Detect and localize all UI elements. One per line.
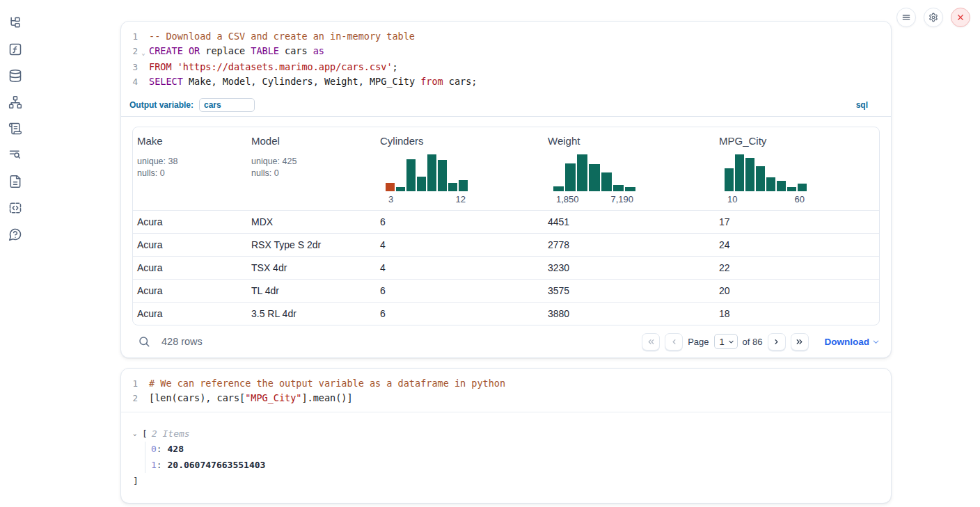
first-page-button[interactable] bbox=[642, 333, 660, 351]
line-number: 4 bbox=[121, 74, 138, 89]
histogram-bar bbox=[787, 187, 796, 191]
line-number: 2 bbox=[121, 44, 138, 60]
search-logs-icon[interactable] bbox=[8, 147, 23, 163]
sql-cell: 1 -- Download a CSV and create an in-mem… bbox=[120, 21, 892, 358]
output-variable-row: Output variable: sql bbox=[121, 95, 891, 117]
scroll-icon[interactable] bbox=[8, 121, 23, 136]
histogram-bar bbox=[448, 183, 457, 191]
code-line: 1 # We can reference the output variable… bbox=[121, 376, 891, 391]
histogram-bar bbox=[386, 183, 395, 191]
line-number: 1 bbox=[121, 29, 138, 44]
histogram-bar bbox=[427, 154, 436, 191]
code-line: 3 FROM 'https://datasets.marimo.app/cars… bbox=[121, 60, 891, 74]
histogram-bar bbox=[613, 185, 624, 191]
output-variable-input[interactable] bbox=[199, 98, 255, 112]
collapse-chevron-icon[interactable]: ⌄ bbox=[133, 430, 142, 437]
row-count: 428 rows bbox=[161, 336, 203, 347]
python-cell: 1 # We can reference the output variable… bbox=[120, 368, 892, 504]
tree-root-line: ⌄ [ 2 Items bbox=[133, 426, 880, 440]
histogram-bar bbox=[406, 159, 416, 191]
chevron-down-icon bbox=[728, 339, 734, 345]
items-count-label: 2 Items bbox=[152, 428, 190, 439]
histogram-bar bbox=[459, 180, 468, 191]
table-row[interactable]: Acura MDX 6 4451 17 bbox=[133, 210, 879, 233]
download-button[interactable]: Download bbox=[825, 337, 880, 347]
table-row[interactable]: Acura 3.5 RL 4dr 6 3880 18 bbox=[133, 302, 879, 325]
histogram-axis-labels: 1,850 7,190 bbox=[553, 194, 635, 204]
column-stats: unique: 425 nulls: 0 bbox=[251, 156, 370, 179]
column-stats: unique: 38 nulls: 0 bbox=[137, 156, 242, 179]
top-controls bbox=[896, 8, 970, 27]
histogram-axis-labels: 10 60 bbox=[725, 194, 807, 204]
table-row[interactable]: Acura TL 4dr 6 3575 20 bbox=[133, 279, 879, 302]
database-icon[interactable] bbox=[8, 68, 23, 83]
histogram-bar bbox=[577, 154, 587, 191]
shutdown-close-button[interactable] bbox=[951, 8, 970, 27]
column-header-mpg-city[interactable]: MPG_City 10 60 bbox=[715, 127, 879, 210]
sql-code-editor[interactable]: 1 -- Download a CSV and create an in-mem… bbox=[121, 22, 891, 95]
cell-output-tree: ⌄ [ 2 Items 0: 428 1: 20.060747663551403… bbox=[121, 412, 891, 503]
python-code-editor[interactable]: 1 # We can reference the output variable… bbox=[121, 369, 891, 412]
column-header-weight[interactable]: Weight 1,850 7,190 bbox=[544, 127, 715, 210]
line-number: 2 bbox=[121, 391, 138, 405]
table-footer: 428 rows Page 1 of 86 bbox=[132, 325, 880, 357]
line-number: 3 bbox=[121, 60, 138, 74]
histogram-bar bbox=[745, 158, 754, 191]
left-sidebar bbox=[0, 0, 31, 507]
document-icon[interactable] bbox=[8, 174, 23, 189]
notebook-area: 1 -- Download a CSV and create an in-mem… bbox=[120, 21, 892, 504]
language-badge[interactable]: sql bbox=[856, 100, 868, 110]
chevron-down-icon bbox=[872, 338, 880, 346]
histogram-bar bbox=[766, 177, 775, 191]
histogram-bar bbox=[396, 187, 405, 191]
histogram-bar bbox=[565, 163, 576, 191]
settings-gear-button[interactable] bbox=[924, 8, 943, 27]
histogram-bar bbox=[625, 187, 635, 191]
help-icon[interactable] bbox=[8, 227, 23, 242]
histogram-bar bbox=[798, 184, 807, 191]
histogram-bar bbox=[417, 177, 426, 191]
histogram-bar bbox=[735, 154, 744, 191]
file-tree-icon[interactable] bbox=[8, 15, 23, 31]
table-row[interactable]: Acura TSX 4dr 4 3230 22 bbox=[133, 256, 879, 279]
histogram-bar bbox=[553, 186, 564, 191]
tree-item: 0: 428 bbox=[151, 442, 880, 458]
prev-page-button[interactable] bbox=[665, 333, 683, 351]
page-number-select[interactable]: 1 bbox=[714, 334, 738, 349]
fold-chevron-icon[interactable]: ⌄ bbox=[138, 44, 149, 60]
histogram-axis-labels: 3 12 bbox=[386, 194, 468, 204]
code-line: 4 SELECT Make, Model, Cylinders, Weight,… bbox=[121, 74, 891, 89]
cylinders-histogram: 3 12 bbox=[386, 152, 468, 204]
code-line: 2 [len(cars), cars["MPG_City"].mean()] bbox=[121, 391, 891, 405]
line-number: 1 bbox=[121, 376, 138, 391]
histogram-bar bbox=[601, 172, 612, 191]
dependency-graph-icon[interactable] bbox=[8, 95, 23, 110]
snippets-icon[interactable] bbox=[8, 200, 23, 216]
mpg-city-histogram: 10 60 bbox=[725, 152, 807, 204]
histogram-bar bbox=[725, 168, 734, 191]
functions-icon[interactable] bbox=[8, 42, 23, 57]
pagination: Page 1 of 86 Download bbox=[642, 333, 880, 351]
histogram-bar bbox=[438, 160, 447, 191]
data-table: Make unique: 38 nulls: 0 Model unique: 4… bbox=[132, 127, 880, 325]
last-page-button[interactable] bbox=[791, 333, 809, 351]
next-page-button[interactable] bbox=[768, 333, 786, 351]
table-header: Make unique: 38 nulls: 0 Model unique: 4… bbox=[133, 127, 879, 210]
column-header-cylinders[interactable]: Cylinders 3 12 bbox=[376, 127, 544, 210]
code-line: 2 ⌄ CREATE OR replace TABLE cars as bbox=[121, 44, 891, 60]
histogram-bar bbox=[756, 166, 765, 191]
tree-children: 0: 428 1: 20.060747663551403 bbox=[145, 442, 880, 473]
page-label: Page bbox=[688, 337, 709, 347]
menu-button[interactable] bbox=[896, 8, 916, 27]
table-row[interactable]: Acura RSX Type S 2dr 4 2778 24 bbox=[133, 233, 879, 256]
output-variable-label: Output variable: bbox=[129, 100, 193, 110]
column-header-model[interactable]: Model unique: 425 nulls: 0 bbox=[247, 127, 376, 210]
weight-histogram: 1,850 7,190 bbox=[553, 152, 635, 204]
histogram-bar bbox=[777, 181, 786, 191]
code-line: 1 -- Download a CSV and create an in-mem… bbox=[121, 29, 891, 44]
tree-item: 1: 20.060747663551403 bbox=[151, 458, 880, 474]
search-icon[interactable] bbox=[138, 335, 150, 348]
histogram-bar bbox=[589, 164, 599, 191]
page-of-label: of 86 bbox=[743, 337, 763, 347]
column-header-make[interactable]: Make unique: 38 nulls: 0 bbox=[133, 127, 247, 210]
